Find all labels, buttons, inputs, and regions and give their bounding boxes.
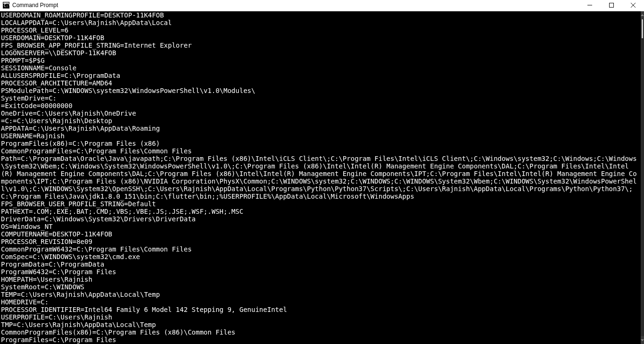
window-controls [579, 0, 644, 11]
scrollbar-thumb[interactable] [642, 19, 643, 38]
scroll-down-button[interactable] [641, 336, 644, 344]
console-area: USERDOMAIN_ROAMINGPROFILE=DESKTOP-11K4FO… [0, 11, 644, 344]
svg-marker-8 [641, 339, 644, 341]
svg-marker-7 [641, 14, 644, 16]
svg-rect-4 [610, 3, 614, 8]
scrollbar-track[interactable] [641, 19, 644, 336]
titlebar[interactable]: C:\ Command Prompt [0, 0, 644, 11]
vertical-scrollbar[interactable] [641, 11, 644, 344]
minimize-button[interactable] [579, 0, 601, 11]
scroll-up-button[interactable] [641, 11, 644, 19]
close-button[interactable] [622, 0, 644, 11]
maximize-button[interactable] [601, 0, 622, 11]
svg-text:C:\: C:\ [4, 4, 9, 8]
console-output[interactable]: USERDOMAIN_ROAMINGPROFILE=DESKTOP-11K4FO… [0, 11, 641, 344]
cmd-icon: C:\ [3, 2, 9, 8]
window-title: Command Prompt [12, 2, 58, 8]
